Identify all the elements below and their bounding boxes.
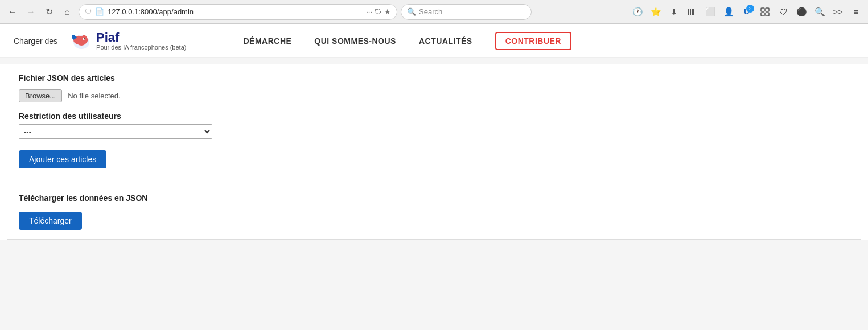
star-icon: ★ bbox=[384, 7, 391, 16]
search-bar[interactable]: 🔍 Search bbox=[401, 4, 532, 20]
browse-button[interactable]: Browse... bbox=[19, 89, 62, 102]
logo-title: Piaf bbox=[96, 31, 186, 44]
restriction-label: Restriction des utilisateurs bbox=[19, 112, 849, 121]
url-text: 127.0.0.1:8000/app/admin bbox=[108, 7, 363, 16]
reload-button[interactable]: ↻ bbox=[41, 4, 57, 20]
logo-text-area: Piaf Pour des IA francophones (beta) bbox=[96, 31, 186, 51]
screenshot-icon[interactable]: ⬜ bbox=[703, 5, 718, 19]
bookmark-icon[interactable]: ⭐ bbox=[648, 5, 663, 19]
logo-subtitle: Pour des IA francophones (beta) bbox=[96, 44, 186, 51]
upload-section-title: Fichier JSON des articles bbox=[19, 73, 849, 82]
history-icon[interactable]: 🕐 bbox=[630, 5, 645, 19]
svg-rect-2 bbox=[692, 9, 694, 15]
search-icon: 🔍 bbox=[407, 7, 416, 16]
ublock-badge: 2 bbox=[746, 5, 754, 13]
svg-rect-1 bbox=[690, 9, 691, 15]
bottom-space bbox=[0, 245, 868, 291]
tampermonkey-icon[interactable]: ⚫ bbox=[794, 5, 809, 19]
svg-rect-3 bbox=[761, 8, 764, 11]
no-file-label: No file selected. bbox=[68, 92, 121, 100]
svg-rect-4 bbox=[766, 8, 769, 11]
back-button[interactable]: ← bbox=[5, 4, 20, 20]
more-icon: ··· bbox=[366, 7, 372, 16]
download-title: Télécharger les données en JSON bbox=[19, 193, 849, 203]
library-icon[interactable] bbox=[685, 5, 700, 19]
address-bar[interactable]: 🛡 📄 127.0.0.1:8000/app/admin ··· 🛡 ★ bbox=[79, 4, 397, 20]
download-section: Télécharger les données en JSON Téléchar… bbox=[7, 184, 861, 240]
nav-demarche[interactable]: DÉMARCHE bbox=[243, 36, 291, 46]
svg-rect-6 bbox=[766, 13, 769, 16]
svg-rect-0 bbox=[688, 9, 689, 15]
nav-buttons: ← → ↻ ⌂ bbox=[5, 4, 75, 20]
svg-rect-5 bbox=[761, 13, 764, 16]
zoom-icon[interactable]: 🔍 bbox=[812, 5, 827, 19]
restriction-dropdown[interactable]: --- bbox=[19, 124, 212, 139]
more-tools-icon[interactable]: >> bbox=[830, 5, 845, 19]
adguard-icon[interactable]: 🛡 bbox=[776, 5, 791, 19]
site-header: Charger des Piaf Pour des IA francophone… bbox=[0, 24, 868, 58]
nav-menu: DÉMARCHE QUI SOMMES-NOUS ACTUALITÉS CONT… bbox=[243, 32, 571, 50]
logo-area[interactable]: Piaf Pour des IA francophones (beta) bbox=[69, 30, 186, 52]
profile-icon[interactable]: 👤 bbox=[721, 5, 736, 19]
nav-qui-sommes-nous[interactable]: QUI SOMMES-NOUS bbox=[314, 36, 396, 46]
browser-chrome: ← → ↻ ⌂ 🛡 📄 127.0.0.1:8000/app/admin ···… bbox=[0, 0, 868, 24]
upload-section: Fichier JSON des articles Browse... No f… bbox=[7, 64, 861, 178]
toolbar-icons: 🕐 ⭐ ⬇ ⬜ 👤 U 2 🛡 ⚫ 🔍 >> ≡ bbox=[630, 5, 863, 19]
page-icon: 📄 bbox=[95, 7, 104, 16]
shield-icon: 🛡 bbox=[85, 8, 92, 16]
contribuer-button[interactable]: CONTRIBUER bbox=[495, 32, 571, 50]
forward-button[interactable]: → bbox=[23, 4, 39, 20]
restriction-field-section: Restriction des utilisateurs --- bbox=[19, 112, 849, 139]
charger-label: Charger des bbox=[14, 36, 57, 46]
svg-point-9 bbox=[84, 38, 85, 39]
download-icon[interactable]: ⬇ bbox=[667, 5, 681, 19]
ublock-icon[interactable]: U 2 bbox=[739, 5, 754, 19]
nav-actualites[interactable]: ACTUALITÉS bbox=[419, 36, 472, 46]
piaf-logo-icon bbox=[69, 30, 92, 52]
search-placeholder: Search bbox=[419, 7, 442, 16]
menu-icon[interactable]: ≡ bbox=[849, 5, 863, 19]
pocket-icon: 🛡 bbox=[375, 7, 382, 16]
file-input-row: Browse... No file selected. bbox=[19, 89, 849, 102]
add-articles-button[interactable]: Ajouter ces articles bbox=[19, 150, 106, 168]
main-content: Fichier JSON des articles Browse... No f… bbox=[0, 64, 868, 240]
home-button[interactable]: ⌂ bbox=[59, 4, 75, 20]
extension-icon[interactable] bbox=[758, 5, 772, 19]
address-icons: ··· 🛡 ★ bbox=[366, 7, 391, 16]
telecharger-button[interactable]: Télécharger bbox=[19, 212, 82, 230]
